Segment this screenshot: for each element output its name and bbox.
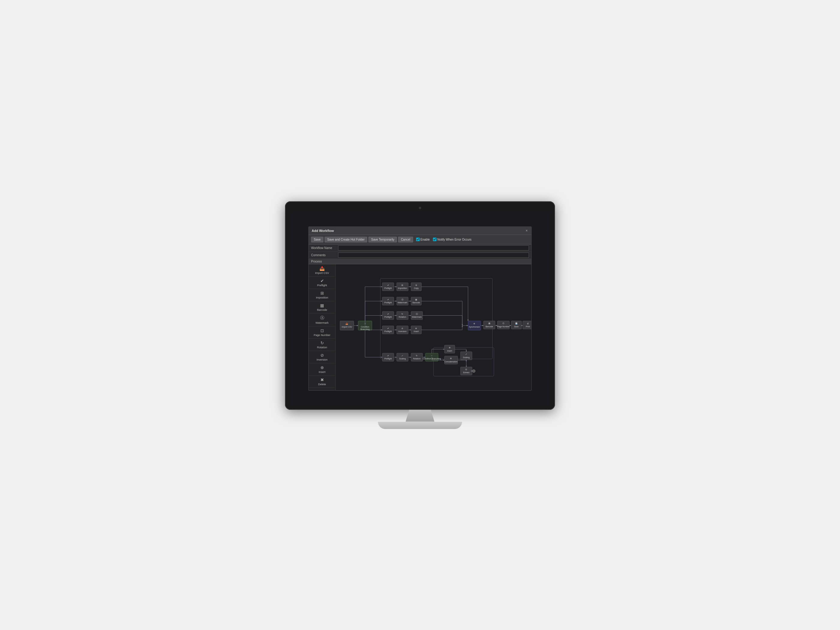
sidebar-item-label: Rotation [317,346,327,349]
node-inversion-1-icon: ⊘ [401,327,403,329]
sidebar-item-delete[interactable]: ✖ Delete [309,376,335,388]
toolbar: Save Save and Create Hot Folder Save Tem… [309,235,531,245]
node-scaling-1-text: Scaling [399,358,406,360]
node-print-icon: 🖨 [527,322,529,324]
node-insert-2-icon: ⊕ [449,346,451,348]
node-imposition-text: Imposition [398,287,407,289]
node-preflight-1-icon: ✔ [387,284,389,286]
monitor-camera [419,207,421,209]
workflow-svg: 📥 Import CSV ⑂ Condition Branching [336,264,531,390]
node-print-text: Print [526,325,530,328]
content-area: 📥 Import CSV ✔ Preflight ⊞ Imposition [309,264,531,390]
monitor-outer: Add Workflow × Save Save and Create Hot … [285,201,555,410]
close-button[interactable]: × [525,229,528,233]
save-temporarily-button[interactable]: Save Temporarily [368,237,397,242]
sidebar-item-scaling[interactable]: ⤢ Scaling [309,388,335,390]
workflow-canvas-area[interactable]: 📥 Import CSV ⑂ Condition Branching [336,264,531,390]
sidebar-item-insert[interactable]: ⊕ Insert [309,363,335,376]
node-preflight-1-text: Preflight [384,287,392,289]
node-preflight-5-icon: ✔ [387,354,389,357]
node-rotation-1-text: Rotation [399,316,406,318]
sidebar-item-barcode[interactable]: ▦ Barcode [309,301,335,314]
node-barcode-1-text: Barcode [412,302,420,303]
node-pagenum-icon: ⊡ [502,322,504,324]
notify-checkbox-group[interactable]: Notify When Error Occurs [433,238,472,241]
node-insert-1-icon: ⊕ [415,327,417,329]
delete-icon: ✖ [321,377,324,382]
sidebar-item-label: Inversion [316,358,328,361]
node-scaling-2-text: Scaling [463,356,469,358]
node-barcode-1-icon: ▦ [415,298,417,300]
node-insert-2-text: Insert [447,349,452,352]
sidebar-item-preflight[interactable]: ✔ Preflight [309,276,335,289]
node-concat-text: Concatenation [445,360,458,362]
sidebar-item-inversion[interactable]: ⊘ Inversion [309,351,335,363]
arrow-branch2-insert2 [432,349,444,353]
node-preflight-3-icon: ✔ [387,313,389,315]
arrow-branch-row2 [365,301,382,321]
monitor-stand-base [378,422,462,429]
sidebar-item-page-number[interactable]: ⊡ Page Number [309,327,335,339]
workflow-name-row: Workflow Name [309,245,531,252]
notify-checkbox[interactable] [433,238,436,241]
node-sync-text: Synchronize [469,325,480,328]
node-scaling-1-icon: ⤢ [401,354,403,357]
node-preflight-4-text: Preflight [384,330,392,333]
node-copy-text: Copy [414,287,419,289]
sidebar-item-label: Preflight [317,284,327,287]
arrow-copy-sync [422,286,468,321]
save-hot-folder-button[interactable]: Save and Create Hot Folder [325,237,368,242]
insert-icon: ⊕ [321,365,324,370]
node-preflight-3-text: Preflight [384,316,392,318]
arrow-insert2-scaling2 [455,349,466,352]
sidebar-item-label: Watermark [316,321,329,324]
sidebar-item-watermark[interactable]: Ⓐ Watermark [309,314,335,327]
preflight-icon: ✔ [321,278,324,283]
save-button[interactable]: Save [311,237,324,242]
arrow-barcode-sync [422,301,468,325]
sidebar-item-label: Barcode [317,308,327,311]
node-watermark-2-text: Watermark [412,316,422,318]
process-section-header: Process [309,259,531,264]
inversion-icon: ⊘ [321,353,324,358]
scaling-icon: ⤢ [321,390,324,390]
sidebar-item-label: Page Number [314,333,331,336]
workflow-name-input[interactable] [338,245,529,251]
enable-checkbox[interactable] [416,238,420,241]
comments-label: Comments [311,254,338,257]
watermark-icon: Ⓐ [320,315,324,321]
node-watermark-2-icon: Ⓐ [416,313,418,315]
sidebar-item-import-csv[interactable]: 📥 Import CSV [309,264,335,276]
node-barcode-2-text: Barcode [486,325,493,328]
monitor-screen: Add Workflow × Save Save and Create Hot … [291,212,549,406]
node-rotation-2-text: Rotation [413,358,421,360]
dialog-title-bar: Add Workflow × [309,227,531,235]
node-import-csv-label: 📥 [346,322,348,325]
sidebar: 📥 Import CSV ✔ Preflight ⊞ Imposition [309,264,336,390]
node-extract-text: Extract [463,371,469,374]
node-watermark-1-text: Watermark [398,302,407,303]
barcode-icon: ▦ [320,303,324,308]
arrow-branch-row1 [365,286,382,321]
node-preflight-4-icon: ✔ [387,327,389,329]
node-insert-1-text: Insert [414,330,419,332]
sidebar-item-label: Imposition [316,296,328,299]
comments-input[interactable] [338,253,529,258]
sidebar-item-label: Import CSV [315,272,329,275]
imposition-icon: ⊞ [321,291,324,295]
enable-checkbox-group[interactable]: Enable [416,238,430,241]
cancel-button[interactable]: Cancel [398,237,413,242]
sidebar-item-rotation[interactable]: ↻ Rotation [309,339,335,351]
node-scaling-2-icon: ⤢ [465,353,467,355]
sidebar-item-imposition[interactable]: ⊞ Imposition [309,289,335,301]
node-save-text: Save [514,325,519,328]
monitor-wrapper: Add Workflow × Save Save and Create Hot … [285,201,555,429]
node-pagenum-text: Page Number [497,325,510,328]
comments-row: Comments [309,252,531,259]
node-extract-icon: ⊟ [465,368,467,370]
sidebar-item-label: Insert [319,371,325,374]
node-copy-icon: ⧉ [415,284,417,286]
dialog: Add Workflow × Save Save and Create Hot … [308,226,532,391]
node-inversion-1-text: Inversion [398,330,406,332]
node-preflight-2-text: Preflight [384,302,392,304]
